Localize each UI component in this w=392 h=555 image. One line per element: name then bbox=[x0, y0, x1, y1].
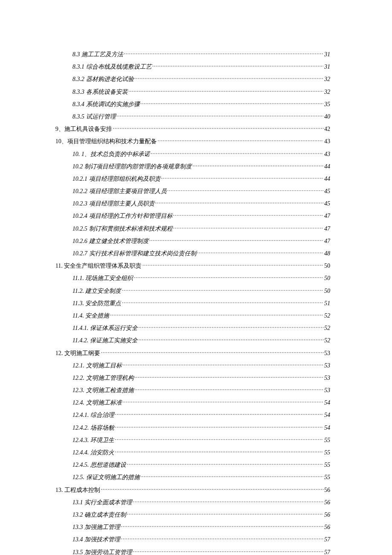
toc-title: 12.2. 文明施工管理机构 bbox=[72, 374, 134, 382]
toc-page-number: 55 bbox=[324, 462, 330, 468]
toc-entry: 13.1 实行全面成本管理56 bbox=[55, 498, 330, 506]
toc-page-number: 56 bbox=[324, 524, 330, 531]
toc-page-number: 57 bbox=[324, 549, 330, 555]
toc-leader-dots bbox=[122, 299, 323, 305]
toc-leader-dots bbox=[193, 162, 323, 168]
toc-entry: 10.2.1 项目经理部组织机构及职责44 bbox=[55, 175, 330, 183]
toc-page-number: 52 bbox=[324, 312, 330, 319]
toc-page-number: 47 bbox=[324, 238, 330, 245]
toc-title: 13.4 加强技术管理 bbox=[72, 536, 120, 543]
toc-page-number: 40 bbox=[324, 113, 330, 120]
toc-entry: 8.3.4 系统调试的实施步骤35 bbox=[55, 100, 330, 108]
toc-page-number: 44 bbox=[324, 176, 330, 182]
toc-entry: 8.3 施工工艺及方法31 bbox=[55, 50, 330, 58]
toc-title: 12.5. 保证文明施工的措施 bbox=[72, 474, 140, 481]
toc-title: 10.2 制订项目经理部内部管理的各项规章制度 bbox=[72, 163, 192, 171]
toc-page-number: 45 bbox=[324, 188, 330, 195]
toc-title: 12. 文明施工纲要 bbox=[55, 350, 100, 357]
toc-entry: 12.2. 文明施工管理机构53 bbox=[55, 374, 330, 382]
toc-leader-dots bbox=[151, 150, 323, 156]
toc-title: 12.4.5. 思想道德建设 bbox=[72, 461, 126, 469]
toc-page-number: 56 bbox=[324, 487, 330, 494]
toc-leader-dots bbox=[158, 137, 323, 143]
toc-leader-dots bbox=[173, 212, 324, 218]
toc-page-number: 52 bbox=[324, 337, 330, 344]
toc-entry: 11.2. 建立安全制度50 bbox=[55, 287, 330, 295]
toc-title: 13.2 确立成本责任制 bbox=[72, 511, 126, 519]
toc-page-number: 54 bbox=[324, 425, 330, 431]
toc-entry: 10.2.7 实行技术目标管理和建立技术岗位责任制48 bbox=[55, 249, 330, 257]
toc-page-number: 44 bbox=[324, 163, 330, 170]
toc-page-number: 52 bbox=[324, 325, 330, 332]
toc-entry: 10.2.4 项目经理的工作方针和管理目标47 bbox=[55, 212, 330, 220]
toc-page-number: 54 bbox=[324, 412, 330, 419]
toc-page-number: 31 bbox=[324, 51, 330, 58]
toc-leader-dots bbox=[113, 125, 323, 131]
toc-entry: 13.2 确立成本责任制56 bbox=[55, 511, 330, 519]
toc-title: 10.2.4 项目经理的工作方针和管理目标 bbox=[72, 212, 173, 220]
toc-entry: 10. 1、技术总负责的中标承诺43 bbox=[55, 150, 330, 158]
toc-title: 10.2.7 实行技术目标管理和建立技术岗位责任制 bbox=[72, 250, 196, 257]
toc-entry: 8.3.3 各系统设备安装32 bbox=[55, 88, 330, 96]
toc-title: 13. 工程成本控制 bbox=[55, 486, 100, 494]
toc-entry: 8.3.1 综合布线及线缆敷设工艺31 bbox=[55, 63, 330, 71]
toc-title: 11.4.1. 保证体系运行安全 bbox=[72, 324, 138, 332]
toc-title: 8.3.1 综合布线及线缆敷设工艺 bbox=[72, 63, 152, 71]
toc-leader-dots bbox=[121, 535, 323, 541]
toc-leader-dots bbox=[135, 75, 324, 81]
toc-leader-dots bbox=[127, 511, 323, 517]
toc-entry: 13.5 加强劳动工资管理57 bbox=[55, 548, 330, 555]
toc-leader-dots bbox=[135, 386, 324, 392]
toc-entry: 13.4 加强技术管理57 bbox=[55, 535, 330, 543]
toc-title: 8.3.4 系统调试的实施步骤 bbox=[72, 101, 140, 108]
toc-title: 10.2.2 项目经理部主要项目管理人员 bbox=[72, 188, 167, 195]
toc-title: 13.3 加强施工管理 bbox=[72, 523, 120, 531]
toc-leader-dots bbox=[141, 473, 324, 479]
toc-leader-dots bbox=[161, 175, 324, 181]
toc-leader-dots bbox=[117, 113, 324, 119]
toc-entry: 11.4. 安全措施52 bbox=[55, 312, 330, 320]
toc-title: 9、施工机具设备安排 bbox=[55, 125, 112, 133]
toc-entry: 12.5. 保证文明施工的措施55 bbox=[55, 473, 330, 481]
toc-leader-dots bbox=[138, 336, 323, 342]
toc-entry: 11. 安全生产组织管理体系及职责50 bbox=[55, 262, 330, 270]
toc-title: 11.1. 现场施工安全组织 bbox=[72, 275, 133, 282]
toc-title: 8.3.2 器材购进老化试验 bbox=[72, 75, 134, 83]
toc-page-number: 51 bbox=[324, 300, 330, 307]
toc-entry: 10.2.2 项目经理部主要项目管理人员45 bbox=[55, 187, 330, 195]
toc-entry: 10.2.5 制订和贯彻技术标准和技术规程47 bbox=[55, 225, 330, 233]
toc-leader-dots bbox=[138, 324, 323, 330]
table-of-contents: 8.3 施工工艺及方法318.3.1 综合布线及线缆敷设工艺318.3.2 器材… bbox=[55, 50, 330, 555]
toc-page-number: 31 bbox=[324, 64, 330, 70]
toc-title: 10.2.6 建立健全技术管理制度 bbox=[72, 237, 149, 245]
toc-entry: 13. 工程成本控制56 bbox=[55, 486, 330, 494]
toc-leader-dots bbox=[115, 436, 323, 442]
document-page: 8.3 施工工艺及方法318.3.1 综合布线及线缆敷设工艺318.3.2 器材… bbox=[0, 0, 392, 555]
toc-title: 12.4.1. 综合治理 bbox=[72, 411, 114, 419]
toc-title: 13.1 实行全面成本管理 bbox=[72, 499, 132, 506]
toc-title: 11.2. 建立安全制度 bbox=[72, 287, 121, 295]
toc-leader-dots bbox=[123, 399, 324, 405]
toc-leader-dots bbox=[133, 498, 323, 504]
toc-leader-dots bbox=[134, 274, 323, 280]
toc-leader-dots bbox=[133, 548, 323, 554]
toc-entry: 10.2 制订项目经理部内部管理的各项规章制度44 bbox=[55, 162, 330, 171]
toc-entry: 12.4.2. 场容场貌54 bbox=[55, 424, 330, 432]
toc-leader-dots bbox=[101, 349, 323, 355]
toc-entry: 10.2.6 建立健全技术管理制度47 bbox=[55, 237, 330, 245]
toc-leader-dots bbox=[101, 486, 323, 492]
toc-leader-dots bbox=[153, 63, 324, 69]
toc-page-number: 53 bbox=[324, 350, 330, 357]
toc-entry: 11.3. 安全防范重点51 bbox=[55, 299, 330, 307]
toc-page-number: 50 bbox=[324, 263, 330, 269]
toc-entry: 8.3.5 试运行管理40 bbox=[55, 113, 330, 121]
toc-entry: 12.4.4. 治安防火55 bbox=[55, 448, 330, 457]
toc-page-number: 42 bbox=[324, 126, 330, 133]
toc-entry: 9、施工机具设备安排42 bbox=[55, 125, 330, 133]
toc-title: 12.4.3. 环境卫生 bbox=[72, 436, 114, 444]
toc-entry: 12.4. 文明施工标准54 bbox=[55, 399, 330, 407]
toc-leader-dots bbox=[156, 199, 324, 205]
toc-page-number: 53 bbox=[324, 387, 330, 394]
toc-entry: 11.4.1. 保证体系运行安全52 bbox=[55, 324, 330, 332]
toc-page-number: 50 bbox=[324, 288, 330, 295]
